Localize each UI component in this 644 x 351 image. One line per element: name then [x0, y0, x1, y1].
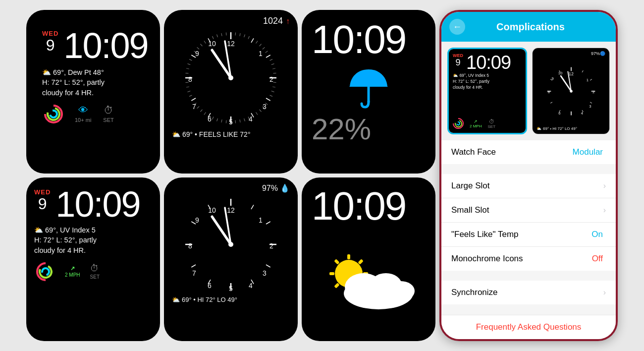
svg-line-25	[272, 87, 275, 87]
monochrome-icons-row[interactable]: Monochrome Icons Off	[441, 247, 616, 271]
large-slot-row[interactable]: Large Slot ›	[441, 174, 616, 198]
svg-point-137	[570, 90, 573, 93]
svg-line-31	[256, 113, 258, 115]
svg-line-17	[260, 44, 262, 46]
svg-text:10: 10	[208, 40, 216, 48]
svg-line-37	[221, 119, 222, 122]
svg-text:4: 4	[249, 115, 253, 123]
watch-face-row[interactable]: Watch Face Modular	[441, 140, 616, 164]
svg-line-27	[270, 95, 272, 96]
rain-percent: 22%	[312, 112, 426, 146]
watch-face-6: 10:09	[302, 177, 435, 341]
partly-cloudy-icon	[314, 246, 423, 316]
svg-line-2	[266, 55, 270, 58]
svg-line-42	[197, 107, 199, 109]
feels-like-row[interactable]: "Feels Like" Temp On	[441, 223, 616, 247]
preview1-rings	[453, 118, 464, 129]
svg-line-16	[256, 41, 258, 44]
svg-text:3: 3	[263, 269, 267, 277]
svg-line-35	[235, 120, 236, 123]
activity-rings-4	[36, 262, 55, 281]
svg-text:10: 10	[558, 71, 562, 75]
svg-text:12: 12	[227, 40, 235, 48]
main-container: WED 9 10:09 ⛅ 69°, Dew Pt 48° H: 72° L: …	[0, 0, 644, 351]
pressure-value: 1024	[263, 16, 283, 26]
day-num-4: 9	[38, 196, 47, 212]
svg-line-44	[189, 95, 192, 96]
monochrome-icons-label: Monochrome Icons	[451, 254, 592, 264]
svg-text:4: 4	[249, 282, 253, 290]
synchronize-label: Synchronize	[451, 288, 603, 297]
day-num-1: 9	[46, 37, 55, 53]
svg-line-76	[251, 205, 254, 209]
set-complication-4: ⏱ SET	[90, 263, 100, 280]
watch-face-value: Modular	[573, 147, 603, 157]
time-3: 10:09	[312, 20, 426, 59]
feels-like-value: On	[591, 230, 603, 239]
svg-text:3: 3	[589, 104, 591, 109]
svg-text:9: 9	[195, 216, 199, 224]
date-time-row-1: WED 9 10:09	[42, 28, 144, 63]
svg-line-21	[271, 64, 274, 65]
svg-text:7: 7	[192, 269, 196, 277]
svg-text:10: 10	[208, 206, 216, 214]
preview2-clock: 12 1 2 3 4 6 8 9 10	[533, 56, 609, 126]
watch-face-label: Watch Face	[451, 147, 573, 157]
svg-text:12: 12	[569, 71, 574, 76]
synchronize-row[interactable]: Synchronize ›	[441, 281, 616, 304]
monochrome-icons-value: Off	[592, 254, 603, 264]
date-col-1: WED 9	[42, 28, 58, 53]
svg-line-12	[235, 33, 236, 36]
visibility-complication: 👁 10+ mi	[75, 105, 91, 123]
settings-title: Complications	[469, 21, 592, 33]
preview1-day-num: 9	[455, 58, 460, 67]
svg-line-40	[204, 113, 206, 115]
svg-text:12: 12	[227, 206, 235, 214]
watch-face-5: 97% 💧	[164, 177, 298, 341]
faq-button[interactable]: Frequently Asked Questions	[441, 315, 616, 339]
svg-line-33	[244, 118, 245, 121]
svg-line-50	[188, 64, 191, 65]
watch-face-1: WED 9 10:09 ⛅ 69°, Dew Pt 48° H: 72° L: …	[26, 10, 160, 174]
small-slot-row[interactable]: Small Slot ›	[441, 198, 616, 223]
activity-rings-1	[44, 105, 63, 123]
preview2-bottom: ⛅ 69° • HI 72° LO 49°	[533, 126, 609, 134]
svg-text:2: 2	[269, 75, 273, 83]
svg-text:8: 8	[188, 242, 192, 250]
watch-face-3: 10:09 22%	[302, 10, 435, 174]
speed-complication: ↗ 2 MPH	[65, 265, 80, 278]
preview1-weather: ⛅ 69°, UV Index 5 H: 72° L: 52°, partly …	[453, 73, 522, 91]
svg-line-116	[590, 79, 592, 80]
pressure-arrow: ↑	[286, 17, 290, 26]
svg-text:7: 7	[192, 103, 196, 111]
svg-line-23	[273, 73, 276, 73]
svg-line-79	[266, 265, 270, 267]
svg-line-26	[271, 91, 274, 92]
svg-line-45	[188, 91, 191, 92]
bottom-weather-1: ⛅ 69° • FEELS LIKE 72°	[164, 127, 298, 144]
svg-line-14	[244, 35, 245, 38]
svg-line-30	[260, 110, 262, 112]
svg-line-83	[191, 265, 196, 267]
svg-line-122	[550, 102, 552, 103]
watch-preview-analog[interactable]: 97% 🔵	[532, 48, 610, 134]
svg-line-55	[204, 41, 206, 44]
svg-text:9: 9	[195, 50, 199, 58]
svg-text:2: 2	[269, 242, 273, 250]
feels-like-label: "Feels Like" Temp	[451, 230, 591, 239]
svg-text:5: 5	[229, 285, 233, 292]
back-arrow-icon: ←	[453, 22, 462, 32]
svg-rect-108	[329, 272, 334, 275]
pressure-bar: 1024 ↑	[164, 10, 298, 26]
svg-line-54	[200, 44, 202, 46]
pressure-5: 97%	[262, 184, 278, 193]
svg-line-13	[240, 33, 240, 36]
small-slot-chevron: ›	[603, 206, 606, 215]
watch-preview-selected[interactable]: WED 9 10:09 ⛅ 69°, UV Index 5 H: 72° L: …	[447, 48, 527, 134]
weather-line3-1: cloudy for 4 HR.	[42, 88, 144, 98]
svg-line-46	[186, 87, 189, 87]
back-button[interactable]: ←	[449, 19, 465, 35]
preview1-set: ⏱ SET	[487, 118, 495, 129]
settings-panel: ← Complications WED 9 10:09 ⛅ 69°, UV	[439, 10, 618, 341]
svg-rect-107	[334, 283, 339, 288]
